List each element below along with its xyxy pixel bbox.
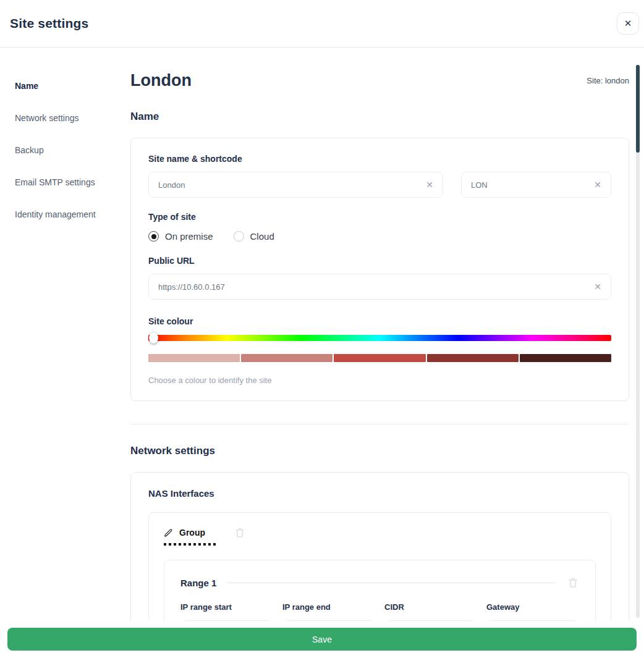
colour-swatch[interactable] — [427, 354, 519, 362]
sidebar-item-email-smtp[interactable]: Email SMTP settings — [0, 166, 121, 198]
modal-header: Site settings ✕ — [0, 0, 644, 48]
group-name-label: Group — [179, 528, 205, 538]
settings-main-panel: London Site: london Name Site name & sho… — [121, 48, 644, 621]
section-heading-network: Network settings — [130, 445, 629, 457]
sidebar-item-name[interactable]: Name — [0, 70, 121, 102]
settings-sidebar: Name Network settings Backup Email SMTP … — [0, 48, 121, 621]
radio-on-premise[interactable]: On premise — [148, 231, 213, 242]
colour-swatch[interactable] — [334, 354, 425, 362]
gateway-label: Gateway — [486, 602, 579, 612]
ip-range-start-label: IP range start — [180, 602, 273, 612]
pencil-icon[interactable] — [164, 528, 173, 538]
shortcode-inputbox: ✕ — [461, 172, 611, 198]
site-colour-label: Site colour — [148, 316, 611, 326]
modal-title: Site settings — [10, 16, 88, 31]
sidebar-item-network-settings[interactable]: Network settings — [0, 102, 121, 134]
hue-slider-handle[interactable] — [149, 332, 158, 344]
cidr-label: CIDR — [384, 602, 477, 612]
close-icon: ✕ — [624, 18, 632, 29]
close-button[interactable]: ✕ — [617, 12, 639, 35]
page-title: London — [130, 71, 192, 90]
colour-hint: Choose a colour to identify the site — [148, 376, 611, 385]
section-heading-name: Name — [130, 111, 629, 123]
colour-swatch[interactable] — [520, 354, 611, 362]
radio-label: Cloud — [250, 231, 274, 242]
radio-cloud[interactable]: Cloud — [234, 231, 274, 242]
colour-swatches — [148, 354, 611, 362]
type-of-site-label: Type of site — [148, 212, 611, 222]
radio-selected-icon — [148, 231, 159, 242]
shortcode-input[interactable] — [471, 180, 588, 190]
group-name-underline — [164, 543, 216, 546]
colour-swatch[interactable] — [148, 354, 240, 362]
footer-bar: Save — [0, 621, 644, 658]
sidebar-item-backup[interactable]: Backup — [0, 134, 121, 166]
sidebar-item-label: Email SMTP settings — [15, 177, 95, 187]
site-name-input[interactable] — [158, 180, 420, 190]
clear-icon[interactable]: ✕ — [426, 180, 433, 189]
trash-icon[interactable] — [234, 526, 246, 539]
scrollbar-thumb[interactable] — [636, 65, 640, 153]
nas-interfaces-title: NAS Interfaces — [148, 488, 611, 499]
sidebar-item-label: Backup — [15, 145, 44, 155]
save-button[interactable]: Save — [7, 628, 637, 651]
public-url-label: Public URL — [148, 256, 611, 266]
sidebar-item-label: Name — [15, 81, 38, 91]
site-name-label: Site name & shortcode — [148, 154, 611, 164]
range-title: Range 1 — [180, 578, 216, 588]
sidebar-item-label: Identity management — [15, 209, 96, 219]
clear-icon[interactable]: ✕ — [594, 180, 601, 189]
section-divider — [130, 424, 629, 424]
range-divider-line — [227, 583, 556, 583]
clear-icon[interactable]: ✕ — [594, 282, 601, 291]
colour-swatch[interactable] — [241, 354, 333, 362]
sidebar-item-identity-management[interactable]: Identity management — [0, 198, 121, 230]
sidebar-item-label: Network settings — [15, 113, 78, 123]
trash-icon[interactable] — [567, 576, 579, 589]
hue-slider[interactable] — [148, 335, 611, 341]
public-url-input[interactable] — [158, 282, 588, 292]
site-name-inputbox: ✕ — [148, 172, 443, 198]
radio-label: On premise — [165, 231, 213, 242]
name-settings-card: Site name & shortcode ✕ ✕ Type of site O… — [130, 138, 629, 401]
public-url-inputbox: ✕ — [148, 274, 611, 300]
site-reference: Site: london — [587, 76, 629, 85]
radio-unselected-icon — [234, 231, 244, 242]
ip-range-end-label: IP range end — [282, 602, 375, 612]
